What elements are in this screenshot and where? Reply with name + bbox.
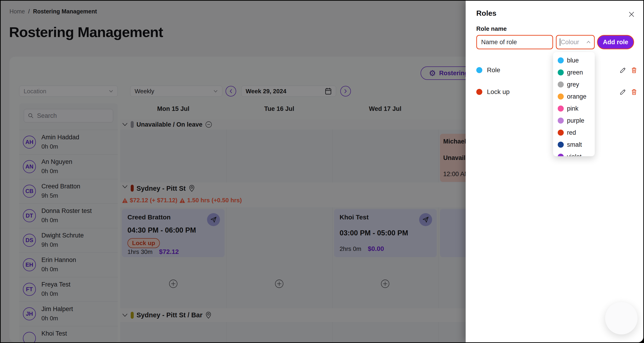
colour-swatch: [558, 118, 564, 124]
roles-drawer: Roles Role name Name of role Colour Add …: [466, 1, 644, 342]
colour-swatch: [558, 130, 564, 136]
colour-option[interactable]: green: [553, 67, 595, 79]
colour-option[interactable]: orange: [553, 91, 595, 103]
colour-swatch: [558, 70, 564, 76]
colour-option-label: blue: [567, 57, 579, 64]
role-name-label: Role name: [476, 25, 507, 33]
colour-option-label: green: [567, 69, 583, 76]
colour-option-label: grey: [567, 81, 579, 88]
colour-option-label: smalt: [567, 141, 582, 148]
edit-role-icon[interactable]: [619, 88, 627, 96]
text-caret: [560, 39, 560, 46]
colour-option[interactable]: violet: [553, 151, 595, 156]
chevron-up-icon: [586, 41, 591, 44]
edit-role-icon[interactable]: [619, 67, 627, 74]
colour-swatch: [558, 94, 564, 100]
colour-option-label: violet: [567, 153, 582, 156]
colour-swatch: [558, 57, 564, 63]
app-window: Home / Rostering Management Rostering Ma…: [0, 0, 644, 343]
colour-option[interactable]: grey: [553, 79, 595, 91]
colour-option-label: orange: [567, 93, 586, 100]
colour-option-label: red: [567, 129, 576, 136]
role-label: Role: [487, 67, 500, 74]
colour-select[interactable]: Colour: [556, 35, 595, 49]
add-role-button[interactable]: Add role: [597, 35, 634, 49]
role-name-input[interactable]: Name of role: [476, 35, 553, 49]
colour-swatch: [558, 82, 564, 88]
colour-swatch: [558, 142, 564, 148]
delete-role-icon[interactable]: [630, 88, 638, 96]
colour-option[interactable]: blue: [553, 54, 595, 67]
role-name-value: Name of role: [481, 39, 517, 46]
help-chat-widget[interactable]: [605, 302, 638, 334]
delete-role-icon[interactable]: [630, 67, 638, 74]
drawer-title: Roles: [476, 9, 496, 18]
role-color-dot: [476, 89, 482, 95]
role-color-dot: [476, 67, 482, 73]
colour-placeholder: Colour: [561, 39, 579, 46]
colour-swatch: [558, 106, 564, 112]
colour-option[interactable]: purple: [553, 115, 595, 127]
colour-option[interactable]: pink: [553, 103, 595, 115]
colour-option-label: purple: [567, 117, 584, 124]
colour-option[interactable]: red: [553, 127, 595, 139]
colour-option-label: pink: [567, 105, 578, 112]
add-role-label: Add role: [603, 39, 628, 46]
close-icon[interactable]: [628, 11, 636, 18]
colour-dropdown-menu: blue green grey orange pink purple red s…: [553, 52, 595, 156]
colour-swatch: [558, 154, 564, 156]
colour-option[interactable]: smalt: [553, 139, 595, 151]
role-label: Lock up: [487, 88, 510, 96]
